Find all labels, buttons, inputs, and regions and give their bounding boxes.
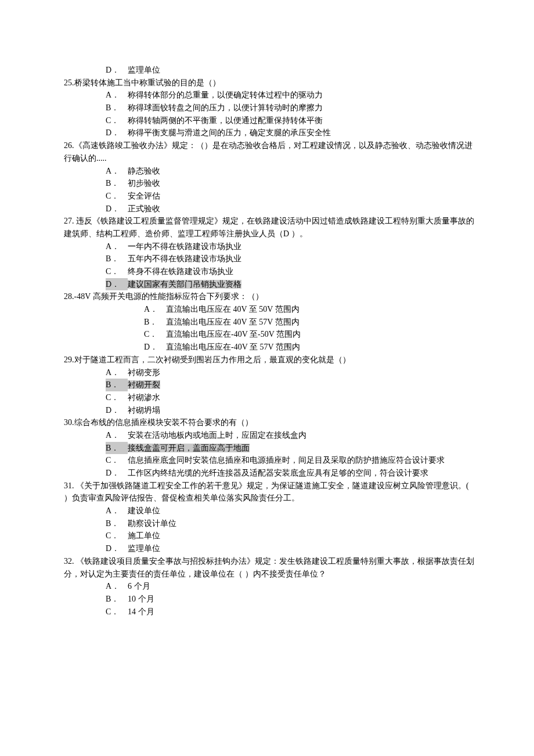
option-letter: C． xyxy=(106,265,128,278)
question-stem: 31. 《关于加强铁路隧道工程安全工作的若干意见》规定，为保证隧道施工安全，隧道… xyxy=(64,480,479,505)
option-text: 正式验收 xyxy=(128,203,479,215)
option-letter: C． xyxy=(106,530,128,542)
option-text: 14 个月 xyxy=(128,606,479,618)
option-row: B．称得球面铰转盘之间的压力，以便计算转动时的摩擦力 xyxy=(64,102,479,114)
option-letter: A． xyxy=(106,165,128,178)
option-letter: B． xyxy=(106,379,128,391)
option-text: 安装在活动地板内或地面上时，应固定在接线盒内 xyxy=(128,429,479,442)
option-text: 接线盒盖可开启，盖面应高于地面 xyxy=(128,442,479,455)
question-stem: 25.桥梁转体施工当中称重试验的目的是（） xyxy=(64,77,479,89)
option-text: 10 个月 xyxy=(128,593,479,606)
option-letter: B． xyxy=(106,253,128,265)
option-letter: C． xyxy=(106,454,128,467)
option-letter: D． xyxy=(106,64,128,77)
option-text: 监理单位 xyxy=(128,542,479,555)
option-letter: B． xyxy=(106,102,128,114)
option-row: B．10 个月 xyxy=(64,593,479,606)
option-text: 衬砌坍塌 xyxy=(128,404,479,417)
option-letter: A． xyxy=(106,429,128,442)
option-row: A．安装在活动地板内或地面上时，应固定在接线盒内 xyxy=(64,429,479,442)
option-row: D．称得平衡支腿与滑道之间的压力，确定支腿的承压安全性 xyxy=(64,127,479,139)
option-text: 称得平衡支腿与滑道之间的压力，确定支腿的承压安全性 xyxy=(128,127,479,139)
option-row: A．6 个月 xyxy=(64,580,479,593)
option-text: 衬砌变形 xyxy=(128,366,479,379)
option-row: D．正式验收 xyxy=(64,203,479,215)
option-letter: D． xyxy=(106,467,128,480)
option-text: 直流输出电压应在-40V 至 57V 范围内 xyxy=(166,341,479,354)
option-letter: D． xyxy=(106,404,128,417)
highlighted-answer: 衬砌开裂 xyxy=(128,380,160,389)
option-row: A．一年内不得在铁路建设市场执业 xyxy=(64,240,479,253)
option-row: A．直流输出电压应在 40V 至 50V 范围内 xyxy=(64,303,479,316)
option-text: 信息插座底盒同时安装信息插座和电源插座时，间足目及采取的防护措施应符合设计要求 xyxy=(128,454,479,467)
option-letter: B． xyxy=(106,177,128,190)
option-row: C．14 个月 xyxy=(64,606,479,618)
option-letter: C． xyxy=(106,114,128,127)
option-letter: D． xyxy=(106,278,128,291)
option-letter: C． xyxy=(144,328,166,341)
option-row: B．接线盒盖可开启，盖面应高于地面 xyxy=(64,442,479,455)
question-stem: 30.综合布线的信息插座模块安装不符合要求的有（） xyxy=(64,416,479,429)
option-letter: C． xyxy=(106,391,128,404)
question-stem: 28.-48V 高频开关电源的性能指标应符合下列要求：（） xyxy=(64,290,479,303)
option-letter: D． xyxy=(144,341,166,354)
option-row: D．建议国家有关部门吊销执业资格 xyxy=(64,278,479,291)
option-text: 安全评估 xyxy=(128,190,479,203)
highlighted-answer: 接线盒盖可开启，盖面应高于地面 xyxy=(128,444,250,452)
option-text: 直流输出电压应在 40V 至 57V 范围内 xyxy=(166,316,479,329)
option-text: 勘察设计单位 xyxy=(128,517,479,530)
option-row: C．称得转轴两侧的不平衡重，以便通过配重保持转体平衡 xyxy=(64,114,479,127)
option-letter: B． xyxy=(144,316,166,329)
option-row: C．终身不得在铁路建设市场执业 xyxy=(64,265,479,278)
option-text: 称得球面铰转盘之间的压力，以便计算转动时的摩擦力 xyxy=(128,102,479,114)
option-text: 建设单位 xyxy=(128,505,479,517)
option-text: 终身不得在铁路建设市场执业 xyxy=(128,265,479,278)
option-letter: A． xyxy=(106,505,128,517)
option-row: B．衬砌开裂 xyxy=(64,379,479,391)
option-row: A．衬砌变形 xyxy=(64,366,479,379)
option-row: A．建设单位 xyxy=(64,505,479,517)
option-letter: D． xyxy=(106,127,128,139)
option-row: A．称得转体部分的总重量，以便确定转体过程中的驱动力 xyxy=(64,89,479,102)
option-row: D．直流输出电压应在-40V 至 57V 范围内 xyxy=(64,341,479,354)
option-row: C．施工单位 xyxy=(64,530,479,542)
option-text: 衬砌开裂 xyxy=(128,379,479,391)
option-letter: A． xyxy=(106,89,128,102)
question-stem: 26.《高速铁路竣工验收办法》规定：（）是在动态验收合格后，对工程建设情况，以及… xyxy=(64,139,479,164)
option-row: C．信息插座底盒同时安装信息插座和电源插座时，间足目及采取的防护措施应符合设计要… xyxy=(64,454,479,467)
question-stem: 27. 违反《铁路建设工程质量监督管理规定》规定，在铁路建设活动中因过错造成铁路… xyxy=(64,215,479,240)
option-row: C．衬砌渗水 xyxy=(64,391,479,404)
option-text: 建议国家有关部门吊销执业资格 xyxy=(128,278,479,291)
option-text: 6 个月 xyxy=(128,580,479,593)
option-text: 初步验收 xyxy=(128,177,479,190)
option-letter: D． xyxy=(106,542,128,555)
option-row: C．安全评估 xyxy=(64,190,479,203)
option-letter: A． xyxy=(106,366,128,379)
highlighted-answer: 建议国家有关部门吊销执业资格 xyxy=(128,280,241,289)
option-letter: A． xyxy=(106,580,128,593)
option-row: B．勘察设计单位 xyxy=(64,517,479,530)
option-row: B．五年内不得在铁路建设市场执业 xyxy=(64,253,479,265)
option-text: 直流输出电压应在 40V 至 50V 范围内 xyxy=(166,303,479,316)
option-row: C．直流输出电压应在-40V 至-50V 范围内 xyxy=(64,328,479,341)
option-text: 监理单位 xyxy=(128,64,479,77)
question-stem: 32. 《铁路建设项目质量安全事故与招投标挂钩办法》规定：发生铁路建设工程质量特… xyxy=(64,555,479,580)
option-letter: D． xyxy=(106,203,128,215)
option-row: B．初步验收 xyxy=(64,177,479,190)
option-letter: B． xyxy=(106,593,128,606)
option-text: 静态验收 xyxy=(128,165,479,178)
option-letter: C． xyxy=(106,190,128,203)
option-text: 工作区内终结光缆的光纤连接器及适配器安装底盒应具有足够的空间，符合设计要求 xyxy=(128,467,479,480)
option-text: 五年内不得在铁路建设市场执业 xyxy=(128,253,479,265)
option-text: 衬砌渗水 xyxy=(128,391,479,404)
option-row: A．静态验收 xyxy=(64,165,479,178)
option-text: 称得转体部分的总重量，以便确定转体过程中的驱动力 xyxy=(128,89,479,102)
option-row: D． 监理单位 xyxy=(64,64,479,77)
option-text: 直流输出电压应在-40V 至-50V 范围内 xyxy=(166,328,479,341)
option-letter: A． xyxy=(144,303,166,316)
option-row: B．直流输出电压应在 40V 至 57V 范围内 xyxy=(64,316,479,329)
option-row: D．衬砌坍塌 xyxy=(64,404,479,417)
option-letter: B． xyxy=(106,517,128,530)
option-letter: B． xyxy=(106,442,128,455)
option-letter: A． xyxy=(106,240,128,253)
